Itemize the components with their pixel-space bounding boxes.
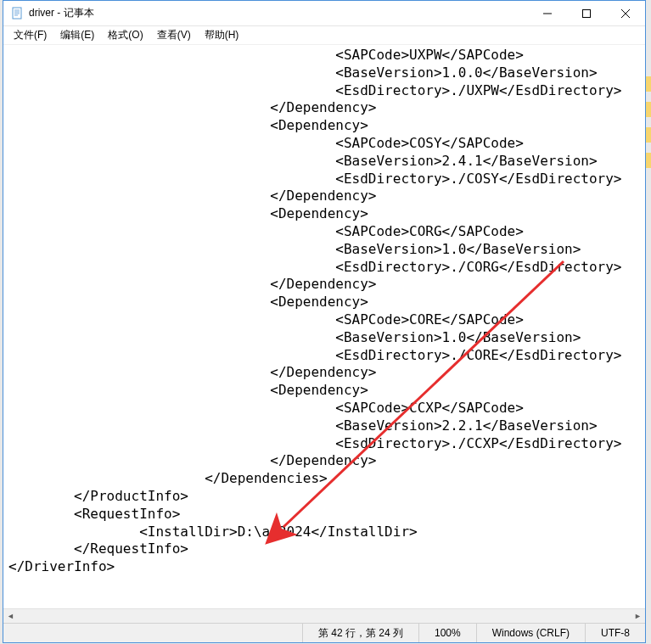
status-encoding: UTF-8 <box>585 624 645 642</box>
titlebar[interactable]: driver - 记事本 <box>3 1 645 26</box>
statusbar: 第 42 行，第 24 列 100% Windows (CRLF) UTF-8 <box>3 623 645 642</box>
scroll-right-icon[interactable]: ► <box>631 609 645 624</box>
svg-rect-6 <box>583 10 591 18</box>
svg-rect-0 <box>13 8 21 19</box>
minimize-button[interactable] <box>528 1 567 26</box>
window-title: driver - 记事本 <box>29 6 528 20</box>
horizontal-scrollbar[interactable]: ◄ ► <box>3 608 645 623</box>
scroll-left-icon[interactable]: ◄ <box>3 609 18 624</box>
status-zoom: 100% <box>418 624 476 642</box>
close-button[interactable] <box>606 1 645 26</box>
notepad-icon <box>10 7 24 20</box>
window-controls <box>528 1 645 25</box>
status-position: 第 42 行，第 24 列 <box>302 624 418 642</box>
status-line-ending: Windows (CRLF) <box>476 624 585 642</box>
menu-view[interactable]: 查看(V) <box>150 26 198 44</box>
content-area[interactable]: <SAPCode>UXPW</SAPCode> <BaseVersion>1.0… <box>3 45 645 608</box>
maximize-button[interactable] <box>567 1 606 26</box>
menu-format[interactable]: 格式(O) <box>101 26 149 44</box>
menu-file[interactable]: 文件(F) <box>7 26 53 44</box>
menubar: 文件(F) 编辑(E) 格式(O) 查看(V) 帮助(H) <box>3 26 645 45</box>
menu-help[interactable]: 帮助(H) <box>198 26 246 44</box>
notepad-window: driver - 记事本 文件(F) 编辑(E) 格式(O) 查看(V) 帮助(… <box>3 0 646 643</box>
text-content[interactable]: <SAPCode>UXPW</SAPCode> <BaseVersion>1.0… <box>3 45 645 578</box>
menu-edit[interactable]: 编辑(E) <box>53 26 101 44</box>
